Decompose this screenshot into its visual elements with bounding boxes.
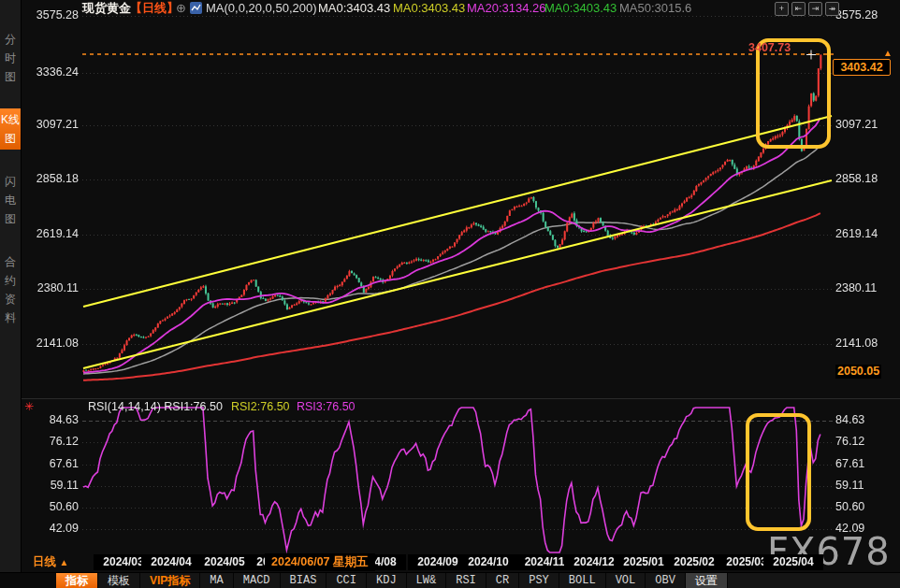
symbol-title: 现货黄金	[82, 1, 131, 16]
ma-formula: MA(0,0,20,0,50,200)	[206, 1, 317, 16]
toolbar-item-VOL[interactable]: VOL	[606, 573, 646, 588]
date-label: 2024/05	[195, 554, 254, 570]
axis-label: 67.61	[835, 457, 864, 471]
rsi-settings-icon[interactable]: ✳	[24, 400, 34, 414]
axis-label: 2380.11	[835, 281, 877, 295]
axis-shift-left-icon[interactable]: ⇤	[791, 2, 806, 16]
date-label: 2025/04	[763, 554, 823, 570]
pan-icon[interactable]: +	[775, 2, 789, 16]
axis-label: 2858.18	[26, 172, 79, 186]
current-price-tag: 3403.42	[833, 59, 891, 76]
date-label: 2025/02	[664, 554, 724, 570]
link-icon[interactable]: ⊕	[176, 1, 186, 16]
axis-label: 2141.08	[26, 337, 79, 351]
date-axis: 日线 ▲ 2024/032024/042024/052024/062024/07…	[0, 553, 900, 572]
axis-label: 50.60	[835, 500, 864, 514]
main-highlight-box	[756, 38, 831, 149]
indicator-toolbar: 指标模板VIP指标MAMACDBIASCCIKDJLW&RSICRPSYBOLL…	[0, 572, 900, 588]
toolbar-item-MA[interactable]: MA	[200, 573, 233, 588]
toolbar-item-LW&[interactable]: LW&	[407, 573, 447, 588]
date-label: 2024/10	[458, 554, 518, 570]
rsi-highlight-box	[746, 413, 811, 531]
axis-label: 3575.28	[26, 8, 79, 22]
toolbar-item-指标[interactable]: 指标	[56, 573, 98, 588]
toolbar-item-BOLL[interactable]: BOLL	[559, 573, 606, 588]
ma-value-4: MA0:3403.43	[544, 1, 617, 16]
axis-label: 76.12	[26, 435, 79, 449]
axis-label: 59.11	[26, 479, 79, 493]
axis-label: 3336.24	[26, 65, 79, 79]
axis-label: 76.12	[835, 435, 864, 449]
axis-label: 2619.14	[835, 227, 878, 241]
left-sidebar: 分时图K线图闪电图合约资料	[0, 0, 22, 588]
axis-label: 3097.21	[835, 118, 878, 132]
toolbar-item-MACD[interactable]: MACD	[234, 573, 281, 588]
sidebar-item-3[interactable]: 闪电图	[0, 170, 21, 230]
panel-divider	[22, 398, 900, 399]
toolbar-item-RSI[interactable]: RSI	[446, 573, 486, 588]
sidebar-item-1[interactable]: 分时图	[0, 28, 21, 88]
axis-label: 2858.18	[835, 172, 878, 186]
sidebar-item-4[interactable]: 合约资料	[0, 251, 21, 329]
ma-value-5: MA50:3015.6	[619, 1, 691, 16]
period-dropdown-arrow-icon: ▲	[59, 557, 68, 567]
toolbar-item-模板[interactable]: 模板	[98, 573, 140, 588]
toolbar-item-PSY[interactable]: PSY	[519, 573, 559, 588]
axis-label: 67.61	[26, 457, 79, 471]
axis-shift-right-icon[interactable]: ⇥	[808, 2, 822, 16]
indicator-settings-icon[interactable]	[190, 2, 202, 18]
axis-label: 3575.28	[835, 8, 878, 22]
axis-label: 2380.11	[26, 281, 79, 295]
toolbar-item-设置[interactable]: 设置	[686, 573, 728, 588]
sidebar-item-2[interactable]: K线图	[0, 108, 21, 150]
period-tag: 【日线】	[130, 1, 179, 16]
axis-label: 84.63	[26, 413, 79, 427]
axis-label: 3097.21	[26, 118, 79, 132]
axis-label: 2141.08	[835, 337, 878, 351]
ma-value-2: MA0:3403.43	[393, 1, 465, 16]
toolbar-item-KDJ[interactable]: KDJ	[367, 573, 407, 588]
date-label: 2024/04	[141, 554, 201, 570]
axis-label: 84.63	[835, 413, 864, 427]
high-price-note: 3407.73	[748, 41, 791, 54]
rsi-title: RSI(14,14,14) RSI1:76.50	[88, 400, 223, 414]
scroll-right-icon[interactable]: ↠	[825, 2, 839, 16]
period-label[interactable]: 日线 ▲	[33, 554, 68, 570]
ma-value-3: MA20:3134.26	[467, 1, 546, 16]
low-price-tag: 2050.05	[835, 365, 881, 379]
axis-label: 42.09	[835, 522, 864, 536]
toolbar-spacer	[0, 573, 56, 588]
toolbar-item-VIP指标[interactable]: VIP指标	[140, 573, 200, 588]
rsi3-value: RSI3:76.50	[297, 400, 356, 414]
axis-label: 59.11	[835, 479, 864, 493]
price-up-arrow-icon: ▲	[883, 49, 893, 58]
ma-value-1: MA0:3403.43	[318, 1, 390, 16]
toolbar-item-BIAS[interactable]: BIAS	[281, 573, 327, 588]
toolbar-item-OBV[interactable]: OBV	[646, 573, 686, 588]
axis-label: 50.60	[26, 500, 79, 514]
axis-label: 2619.14	[26, 227, 79, 241]
toolbar-item-CR[interactable]: CR	[486, 573, 519, 588]
axis-label: 42.09	[26, 522, 79, 536]
trading-app-window: 分时图K线图闪电图合约资料 现货黄金 【日线】 ⊕ MA(0,0,20,0,50…	[0, 0, 900, 588]
toolbar-item-CCI[interactable]: CCI	[327, 573, 367, 588]
rsi2-value: RSI2:76.50	[231, 400, 290, 414]
date-tooltip: 2024/06/07 星期五	[265, 553, 375, 571]
